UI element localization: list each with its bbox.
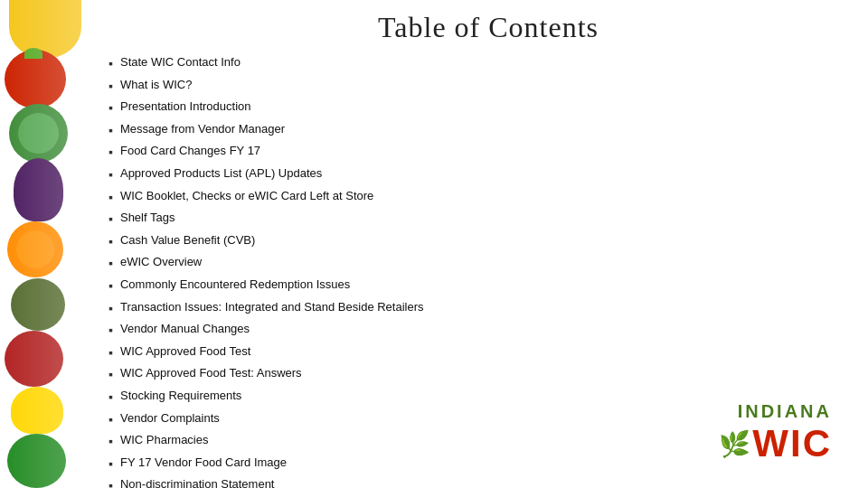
brand-wic-row: 🌿 WIC (719, 422, 832, 465)
toc-item-text: Approved Products List (APL) Updates (120, 165, 841, 182)
page-title: Table of Contents (108, 11, 868, 44)
brand-indiana-text: INDIANA (719, 401, 832, 422)
toc-item-text: Vendor Manual Changes (120, 321, 841, 337)
toc-item: ▪Approved Products List (APL) Updates (108, 165, 841, 184)
bullet-icon: ▪ (108, 389, 113, 407)
toc-item: ▪WIC Approved Food Test (108, 343, 841, 362)
bullet-icon: ▪ (108, 477, 113, 488)
indiana-wic-logo: INDIANA 🌿 WIC (719, 401, 832, 465)
toc-item: ▪eWIC Overview (108, 254, 841, 273)
toc-item-text: WIC Booklet, Checks or eWIC Card Left at… (120, 188, 841, 204)
slide: Table of Contents ▪State WIC Contact Inf… (0, 0, 868, 488)
toc-item-text: Message from Vendor Manager (120, 121, 841, 137)
bullet-icon: ▪ (108, 300, 113, 318)
toc-item: ▪Food Card Changes FY 17 (108, 143, 841, 162)
toc-item: ▪Transaction Issues: Integrated and Stan… (108, 299, 841, 318)
bullet-icon: ▪ (108, 322, 113, 340)
toc-item-text: Food Card Changes FY 17 (120, 143, 841, 159)
toc-item-text: Non-discrimination Statement (120, 476, 841, 488)
bullet-icon: ▪ (108, 166, 113, 184)
toc-item-text: Transaction Issues: Integrated and Stand… (120, 299, 841, 315)
toc-item: ▪Commonly Encountered Redemption Issues (108, 277, 841, 296)
left-decoration (0, 0, 98, 488)
bullet-icon: ▪ (108, 366, 113, 384)
bullet-icon: ▪ (108, 455, 113, 474)
toc-item-text: Presentation Introduction (120, 99, 841, 115)
bullet-icon: ▪ (108, 255, 113, 273)
toc-item-text: Commonly Encountered Redemption Issues (120, 277, 841, 293)
bullet-icon: ▪ (108, 78, 113, 96)
bullet-icon: ▪ (108, 277, 113, 296)
toc-item: ▪Vendor Manual Changes (108, 321, 841, 340)
toc-item-text: Cash Value Benefit (CVB) (120, 232, 841, 249)
bullet-icon: ▪ (108, 55, 113, 73)
bullet-icon: ▪ (108, 189, 113, 207)
deco-overlay (0, 0, 98, 488)
toc-item: ▪Shelf Tags (108, 210, 841, 229)
bullet-icon: ▪ (108, 411, 113, 429)
toc-item-text: State WIC Contact Info (120, 54, 841, 70)
toc-item: ▪Presentation Introduction (108, 99, 841, 117)
bullet-icon: ▪ (108, 99, 113, 117)
bullet-icon: ▪ (108, 233, 113, 251)
toc-item: ▪Non-discrimination Statement (108, 476, 841, 488)
brand-wic-text: WIC (752, 422, 832, 465)
bullet-icon: ▪ (108, 144, 113, 162)
bullet-icon: ▪ (108, 433, 113, 451)
toc-item-text: Shelf Tags (120, 210, 841, 226)
toc-item-text: What is WIC? (120, 77, 841, 93)
toc-item: ▪Cash Value Benefit (CVB) (108, 232, 841, 251)
toc-item-text: WIC Approved Food Test: Answers (120, 365, 841, 381)
toc-item-text: eWIC Overview (120, 254, 841, 270)
bullet-icon: ▪ (108, 344, 113, 362)
brand-leaf-icon: 🌿 (719, 429, 750, 459)
bullet-icon: ▪ (108, 122, 113, 140)
toc-item: ▪Message from Vendor Manager (108, 121, 841, 140)
bullet-icon: ▪ (108, 211, 113, 229)
toc-item-text: WIC Approved Food Test (120, 343, 841, 360)
toc-item: ▪What is WIC? (108, 77, 841, 96)
toc-item: ▪State WIC Contact Info (108, 54, 841, 73)
toc-item: ▪WIC Booklet, Checks or eWIC Card Left a… (108, 188, 841, 207)
toc-item: ▪WIC Approved Food Test: Answers (108, 365, 841, 384)
